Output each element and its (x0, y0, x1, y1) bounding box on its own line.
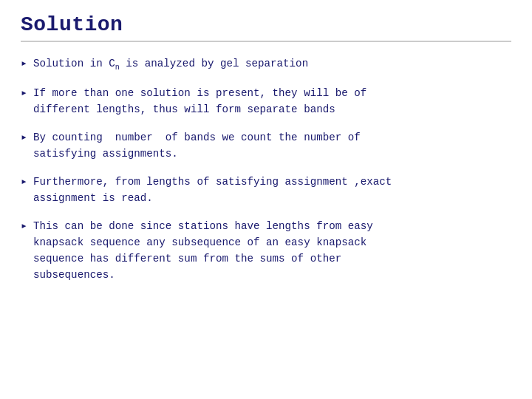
bullet-arrow-2: ▸ (21, 86, 27, 103)
bullet-text-3: By counting number of bands we count the… (33, 129, 361, 162)
page-container: Solution ▸ Solution in Cn is analyzed by… (0, 0, 532, 399)
bullet-arrow-5: ▸ (21, 219, 27, 236)
bullet-arrow-4: ▸ (21, 174, 27, 191)
list-item: ▸ Solution in Cn is analyzed by gel sepa… (21, 55, 511, 73)
list-item: ▸ By counting number of bands we count t… (21, 129, 511, 162)
bullet-arrow-3: ▸ (21, 130, 27, 147)
list-item: ▸ Furthermore, from lengths of satisfyin… (21, 174, 511, 206)
bullet-list: ▸ Solution in Cn is analyzed by gel sepa… (21, 55, 511, 283)
page-title: Solution (21, 13, 511, 36)
title-divider (21, 41, 511, 42)
bullet-arrow-1: ▸ (21, 56, 27, 73)
bullet-text-2: If more than one solution is present, th… (33, 85, 366, 117)
bullet-text-4: Furthermore, from lengths of satisfying … (33, 174, 392, 206)
bullet-text-5: This can be done since stations have len… (33, 218, 373, 283)
bullet-text-1: Solution in Cn is analyzed by gel separa… (33, 55, 308, 73)
list-item: ▸ This can be done since stations have l… (21, 218, 511, 283)
list-item: ▸ If more than one solution is present, … (21, 85, 511, 117)
